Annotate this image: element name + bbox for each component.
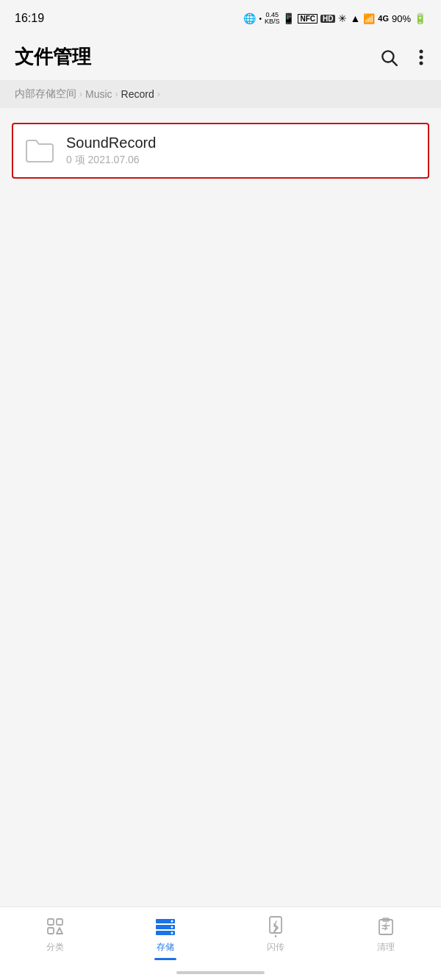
svg-marker-8 — [57, 928, 62, 934]
nav-label-clean: 清理 — [377, 941, 395, 954]
content-area: SoundRecord 0 项 2021.07.06 — [0, 108, 441, 193]
globe-icon: 🌐 — [243, 12, 256, 24]
header-actions — [376, 45, 426, 70]
search-icon — [379, 48, 398, 67]
more-button[interactable] — [416, 45, 426, 70]
folder-icon — [25, 138, 54, 163]
flash-icon — [266, 915, 285, 938]
app-header: 文件管理 — [0, 37, 441, 80]
breadcrumb-item-record[interactable]: Record — [121, 88, 154, 100]
bottom-indicator — [176, 971, 265, 974]
storage-icon — [154, 915, 176, 938]
nav-label-flash: 闪传 — [267, 941, 284, 954]
folder-meta: 0 项 2021.07.06 — [66, 154, 156, 167]
clean-icon — [376, 915, 396, 938]
nav-item-flash[interactable]: 闪传 — [220, 915, 331, 954]
svg-point-4 — [420, 61, 423, 65]
nfc-icon: NFC — [298, 14, 318, 24]
nav-item-category[interactable]: 分类 — [0, 915, 110, 954]
folder-info: SoundRecord 0 项 2021.07.06 — [66, 135, 156, 167]
wifi-icon: ▲ — [350, 12, 360, 24]
breadcrumb-item-music[interactable]: Music — [85, 88, 112, 100]
status-bar: 16:19 🌐 • 0.45 KB/S 📱 NFC HD ✳ ▲ 📶 4G 90… — [0, 0, 441, 37]
bluetooth-icon: ✳ — [338, 12, 347, 24]
bottom-nav: 分类 存储 闪传 — [0, 906, 441, 980]
breadcrumb: 内部存储空间 › Music › Record › — [0, 80, 441, 108]
breadcrumb-item-storage[interactable]: 内部存储空间 — [15, 87, 76, 101]
svg-rect-5 — [48, 919, 54, 925]
svg-point-3 — [420, 55, 423, 59]
status-time: 16:19 — [15, 12, 44, 25]
svg-line-1 — [392, 60, 397, 65]
hd-badge: HD — [320, 15, 335, 23]
4g-badge: 4G — [378, 14, 389, 23]
network-speed: 0.45 KB/S — [265, 12, 280, 25]
nav-active-indicator — [154, 958, 176, 960]
phone-icon: 📱 — [282, 12, 295, 24]
category-icon — [45, 915, 65, 938]
svg-point-12 — [171, 920, 173, 923]
folder-name: SoundRecord — [66, 135, 156, 151]
svg-rect-6 — [57, 919, 62, 925]
signal-icon: 📶 — [363, 13, 375, 24]
breadcrumb-sep-2: › — [115, 89, 118, 99]
dot-indicator: • — [259, 15, 262, 23]
app-title: 文件管理 — [15, 44, 91, 70]
more-icon — [419, 48, 423, 67]
battery-level: 90% — [392, 13, 411, 24]
breadcrumb-sep-1: › — [79, 89, 82, 99]
status-icons: 🌐 • 0.45 KB/S 📱 NFC HD ✳ ▲ 📶 4G 90% 🔋 — [243, 12, 426, 25]
nav-item-storage[interactable]: 存储 — [110, 915, 220, 960]
svg-point-13 — [171, 926, 173, 929]
battery-icon: 🔋 — [414, 12, 426, 24]
folder-item-soundrecord[interactable]: SoundRecord 0 项 2021.07.06 — [12, 123, 429, 179]
svg-point-2 — [420, 49, 423, 53]
nav-label-storage: 存储 — [157, 941, 174, 954]
breadcrumb-sep-3: › — [157, 89, 160, 99]
nav-label-category: 分类 — [46, 941, 64, 954]
search-button[interactable] — [376, 45, 401, 70]
svg-rect-7 — [48, 928, 54, 934]
svg-point-14 — [171, 932, 173, 934]
nav-item-clean[interactable]: 清理 — [331, 915, 441, 954]
